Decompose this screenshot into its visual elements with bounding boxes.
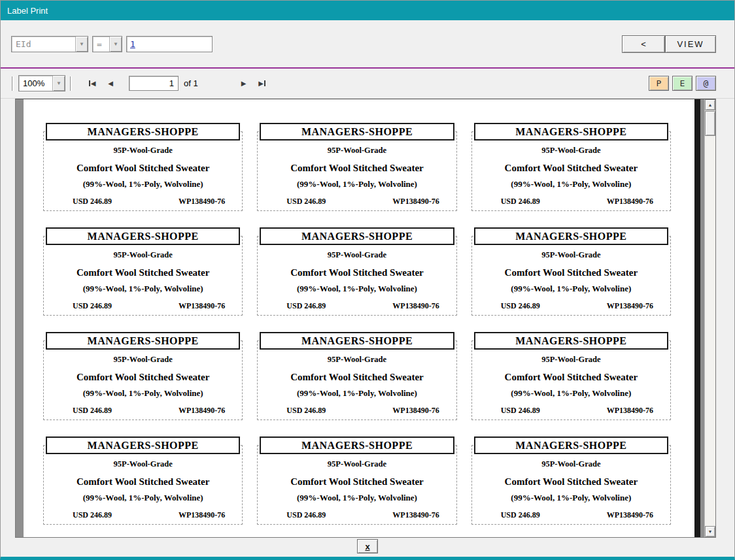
close-button[interactable]: x <box>357 539 378 553</box>
zoom-select[interactable]: 100% ▼ <box>18 75 65 91</box>
chevron-down-icon[interactable]: ▼ <box>52 76 65 91</box>
label-product-name: Comfort Wool Stitched Sweater <box>472 267 670 278</box>
back-button[interactable]: < <box>622 35 665 53</box>
label-composition: (99%-Wool, 1%-Poly, Wolvoline) <box>258 388 456 399</box>
label-code: WP138490-76 <box>607 510 653 520</box>
label-bottom-row: USD 246.89 WP138490-76 <box>472 197 670 206</box>
label-price: USD 246.89 <box>501 510 540 520</box>
label-code: WP138490-76 <box>392 301 439 311</box>
label-shop-name: MANAGERS-SHOPPE <box>46 227 240 245</box>
label-code: WP138490-76 <box>392 197 439 206</box>
label-shop-name: MANAGERS-SHOPPE <box>46 123 240 140</box>
scroll-up-button[interactable]: ▲ <box>705 99 715 110</box>
label-price: USD 246.89 <box>73 406 112 416</box>
label-composition: (99%-Wool, 1%-Poly, Wolvoline) <box>44 284 242 294</box>
scrollbar-thumb[interactable] <box>705 111 715 136</box>
last-page-button[interactable]: ▶ <box>253 76 271 91</box>
label-composition: (99%-Wool, 1%-Poly, Wolvoline) <box>44 179 242 189</box>
label-cell: MANAGERS-SHOPPE 95P-Wool-Grade Comfort W… <box>257 340 456 420</box>
filter-bar: EId ▼ = ▼ 1 < VIEW <box>1 20 734 69</box>
label-bottom-row: USD 246.89 WP138490-76 <box>472 510 670 520</box>
label-price: USD 246.89 <box>73 510 112 520</box>
label-cell: MANAGERS-SHOPPE 95P-Wool-Grade Comfort W… <box>471 445 671 525</box>
page-shadow <box>694 99 700 537</box>
label-cell: MANAGERS-SHOPPE 95P-Wool-Grade Comfort W… <box>43 340 243 420</box>
label-shop-name: MANAGERS-SHOPPE <box>474 227 668 245</box>
filter-value-input[interactable]: 1 <box>126 36 213 52</box>
label-price: USD 246.89 <box>73 197 112 206</box>
chevron-down-icon[interactable]: ▼ <box>109 37 122 52</box>
label-price: USD 246.89 <box>501 406 540 416</box>
label-code: WP138490-76 <box>607 406 653 416</box>
label-composition: (99%-Wool, 1%-Poly, Wolvoline) <box>472 284 670 294</box>
label-bottom-row: USD 246.89 WP138490-76 <box>258 197 456 206</box>
label-code: WP138490-76 <box>179 197 225 206</box>
label-composition: (99%-Wool, 1%-Poly, Wolvoline) <box>44 388 242 399</box>
label-composition: (99%-Wool, 1%-Poly, Wolvoline) <box>44 493 242 503</box>
label-cell: MANAGERS-SHOPPE 95P-Wool-Grade Comfort W… <box>471 340 671 420</box>
label-grade: 95P-Wool-Grade <box>472 146 670 156</box>
label-grade: 95P-Wool-Grade <box>258 355 456 365</box>
label-shop-name: MANAGERS-SHOPPE <box>260 123 454 140</box>
label-print-window: Label Print EId ▼ = ▼ 1 < VIEW 100% ▼ ◀ <box>0 0 735 560</box>
label-shop-name: MANAGERS-SHOPPE <box>260 332 454 350</box>
e-button[interactable]: E <box>672 76 692 91</box>
label-grade: 95P-Wool-Grade <box>472 459 670 469</box>
label-product-name: Comfort Wool Stitched Sweater <box>44 163 242 174</box>
label-code: WP138490-76 <box>392 510 439 520</box>
label-product-name: Comfort Wool Stitched Sweater <box>258 163 456 174</box>
page-gutter <box>16 99 24 537</box>
label-price: USD 246.89 <box>73 301 112 311</box>
title-bar: Label Print <box>1 1 734 20</box>
label-grade: 95P-Wool-Grade <box>472 250 670 260</box>
label-bottom-row: USD 246.89 WP138490-76 <box>472 406 670 416</box>
zoom-value: 100% <box>19 76 52 91</box>
label-shop-name: MANAGERS-SHOPPE <box>260 436 454 454</box>
label-shop-name: MANAGERS-SHOPPE <box>474 436 668 454</box>
page-navigation: ◀ ◀ 1 of 1 ▶ ▶ <box>83 76 271 91</box>
label-grade: 95P-Wool-Grade <box>258 459 456 469</box>
vertical-scrollbar[interactable]: ▲ ▼ <box>704 99 715 537</box>
label-product-name: Comfort Wool Stitched Sweater <box>258 267 456 278</box>
label-product-name: Comfort Wool Stitched Sweater <box>44 476 242 487</box>
label-grade: 95P-Wool-Grade <box>472 355 670 365</box>
label-bottom-row: USD 246.89 WP138490-76 <box>258 510 456 520</box>
label-price: USD 246.89 <box>286 510 326 520</box>
operator-select[interactable]: = ▼ <box>92 36 122 52</box>
label-cell: MANAGERS-SHOPPE 95P-Wool-Grade Comfort W… <box>471 131 671 211</box>
label-composition: (99%-Wool, 1%-Poly, Wolvoline) <box>258 284 456 294</box>
page-count-label: of 1 <box>184 78 198 88</box>
toolbar-gripper <box>12 76 14 91</box>
label-shop-name: MANAGERS-SHOPPE <box>474 332 668 350</box>
label-price: USD 246.89 <box>286 406 326 416</box>
first-page-button[interactable]: ◀ <box>83 76 101 91</box>
label-composition: (99%-Wool, 1%-Poly, Wolvoline) <box>258 179 456 189</box>
prev-page-icon: ◀ <box>108 80 113 87</box>
label-bottom-row: USD 246.89 WP138490-76 <box>44 510 242 520</box>
prev-page-button[interactable]: ◀ <box>101 76 120 91</box>
label-code: WP138490-76 <box>392 406 439 416</box>
label-cell: MANAGERS-SHOPPE 95P-Wool-Grade Comfort W… <box>43 445 243 525</box>
next-page-icon: ▶ <box>241 80 247 87</box>
field-select[interactable]: EId ▼ <box>11 36 88 52</box>
label-grade: 95P-Wool-Grade <box>44 459 242 469</box>
label-product-name: Comfort Wool Stitched Sweater <box>44 372 242 383</box>
at-button[interactable]: @ <box>696 76 716 91</box>
scroll-down-button[interactable]: ▼ <box>705 526 715 537</box>
operator-select-value: = <box>93 37 109 52</box>
labels-grid: MANAGERS-SHOPPE 95P-Wool-Grade Comfort W… <box>24 99 694 525</box>
scrollbar-track[interactable] <box>705 110 715 526</box>
label-bottom-row: USD 246.89 WP138490-76 <box>44 406 242 416</box>
p-button[interactable]: P <box>649 76 669 91</box>
chevron-down-icon[interactable]: ▼ <box>75 37 88 52</box>
label-bottom-row: USD 246.89 WP138490-76 <box>44 301 242 311</box>
view-button[interactable]: VIEW <box>665 35 716 53</box>
toolbar-gripper <box>70 76 72 91</box>
page-number-input[interactable]: 1 <box>129 76 179 91</box>
label-bottom-row: USD 246.89 WP138490-76 <box>258 301 456 311</box>
field-select-value: EId <box>12 37 75 52</box>
label-bottom-row: USD 246.89 WP138490-76 <box>44 197 242 206</box>
filter-value: 1 <box>130 39 135 49</box>
label-code: WP138490-76 <box>179 510 225 520</box>
next-page-button[interactable]: ▶ <box>235 76 253 91</box>
